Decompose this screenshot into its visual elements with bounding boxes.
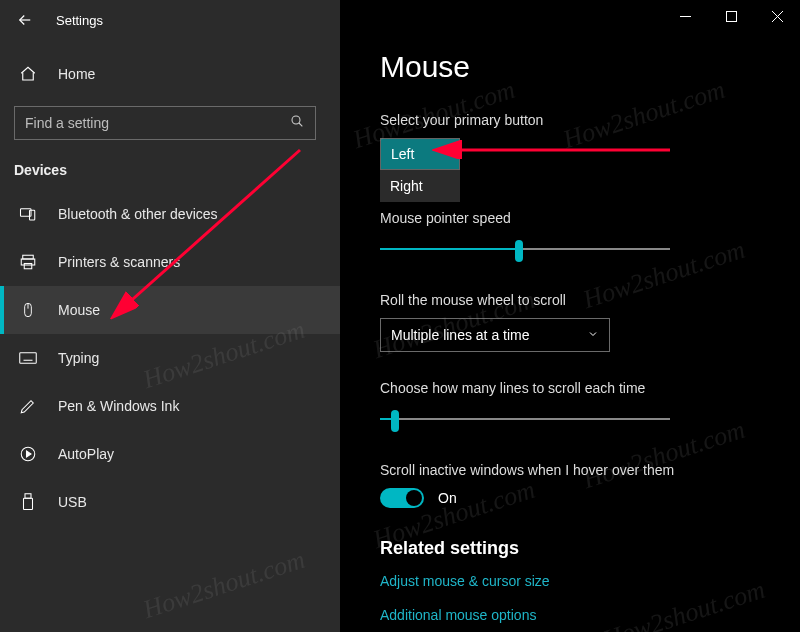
wheel-scroll-dropdown[interactable]: Multiple lines at a time (380, 318, 610, 352)
lines-scroll-slider[interactable] (380, 406, 670, 434)
pointer-speed-label: Mouse pointer speed (380, 210, 760, 226)
category-heading: Devices (14, 162, 340, 178)
home-icon (18, 65, 38, 83)
page-title: Mouse (380, 50, 760, 84)
search-icon (289, 113, 305, 133)
svg-rect-17 (24, 498, 33, 509)
svg-rect-19 (726, 11, 736, 21)
slider-thumb[interactable] (391, 410, 399, 432)
minimize-button[interactable] (662, 0, 708, 32)
svg-rect-4 (21, 259, 35, 265)
devices-icon (18, 205, 38, 223)
search-input[interactable] (25, 115, 289, 131)
svg-rect-5 (24, 264, 32, 269)
wheel-scroll-label: Roll the mouse wheel to scroll (380, 292, 760, 308)
svg-rect-16 (25, 494, 31, 499)
svg-rect-3 (23, 255, 34, 259)
pointer-speed-slider[interactable] (380, 236, 670, 264)
dropdown-value: Multiple lines at a time (391, 327, 530, 343)
slider-track (380, 418, 670, 420)
maximize-button[interactable] (708, 0, 754, 32)
mouse-icon (18, 301, 38, 319)
home-label: Home (58, 66, 95, 82)
nav-label: Printers & scanners (58, 254, 180, 270)
keyboard-icon (18, 351, 38, 365)
title-bar: Settings (0, 0, 340, 40)
app-title: Settings (56, 13, 103, 28)
nav-label: Bluetooth & other devices (58, 206, 218, 222)
autoplay-icon (18, 445, 38, 463)
usb-icon (18, 493, 38, 511)
chevron-down-icon (587, 327, 599, 343)
svg-point-0 (292, 116, 300, 124)
printer-icon (18, 253, 38, 271)
nav-home[interactable]: Home (0, 54, 340, 94)
nav-bluetooth[interactable]: Bluetooth & other devices (0, 190, 340, 238)
link-additional-mouse[interactable]: Additional mouse options (380, 607, 760, 623)
svg-rect-8 (20, 353, 37, 364)
close-button[interactable] (754, 0, 800, 32)
inactive-scroll-label: Scroll inactive windows when I hover ove… (380, 462, 760, 478)
pen-icon (18, 397, 38, 415)
toggle-knob (406, 490, 422, 506)
slider-fill (380, 248, 519, 250)
nav-label: AutoPlay (58, 446, 114, 462)
nav-autoplay[interactable]: AutoPlay (0, 430, 340, 478)
related-settings-heading: Related settings (380, 538, 760, 559)
sidebar: Settings Home Devices Bluetooth & other … (0, 0, 340, 632)
primary-button-label: Select your primary button (380, 112, 760, 128)
nav-pen[interactable]: Pen & Windows Ink (0, 382, 340, 430)
search-box[interactable] (14, 106, 316, 140)
dropdown-option-right[interactable]: Right (380, 170, 460, 202)
nav-label: USB (58, 494, 87, 510)
nav-mouse[interactable]: Mouse (0, 286, 340, 334)
nav-list: Bluetooth & other devices Printers & sca… (0, 190, 340, 526)
svg-marker-15 (27, 451, 32, 457)
main-pane: Mouse Select your primary button Left Ri… (340, 0, 800, 632)
primary-button-dropdown[interactable]: Left Right (380, 138, 460, 202)
nav-usb[interactable]: USB (0, 478, 340, 526)
dropdown-option-left[interactable]: Left (380, 138, 460, 170)
nav-label: Typing (58, 350, 99, 366)
svg-rect-2 (30, 210, 35, 220)
link-adjust-cursor[interactable]: Adjust mouse & cursor size (380, 573, 760, 589)
nav-label: Mouse (58, 302, 100, 318)
back-button[interactable] (16, 11, 34, 29)
slider-thumb[interactable] (515, 240, 523, 262)
window-controls (662, 0, 800, 32)
nav-printers[interactable]: Printers & scanners (0, 238, 340, 286)
nav-label: Pen & Windows Ink (58, 398, 179, 414)
nav-typing[interactable]: Typing (0, 334, 340, 382)
inactive-scroll-toggle[interactable] (380, 488, 424, 508)
toggle-state-label: On (438, 490, 457, 506)
lines-scroll-label: Choose how many lines to scroll each tim… (380, 380, 760, 396)
